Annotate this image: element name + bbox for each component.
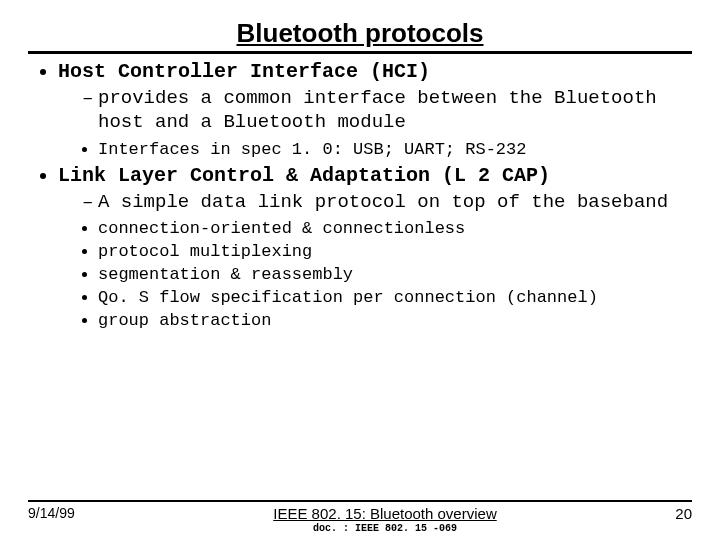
dot-item: protocol multiplexing: [98, 241, 692, 263]
section-hci: Host Controller Interface (HCI) provides…: [58, 60, 692, 161]
bullet-list: Host Controller Interface (HCI) provides…: [28, 60, 692, 333]
footer-rule: [28, 500, 692, 502]
footer-date: 9/14/99: [28, 505, 118, 521]
section-heading: Host Controller Interface (HCI): [58, 60, 430, 83]
dash-list: provides a common interface between the …: [58, 86, 692, 135]
dot-item: connection-oriented & connectionless: [98, 218, 692, 240]
footer-row: 9/14/99 IEEE 802. 15: Bluetooth overview…: [28, 505, 692, 534]
footer-title: IEEE 802. 15: Bluetooth overview: [118, 505, 652, 522]
dot-list: Interfaces in spec 1. 0: USB; UART; RS-2…: [58, 139, 692, 161]
dot-item: Interfaces in spec 1. 0: USB; UART; RS-2…: [98, 139, 692, 161]
title-rule: [28, 51, 692, 54]
footer-center: IEEE 802. 15: Bluetooth overview doc. : …: [118, 505, 652, 534]
dash-item: A simple data link protocol on top of th…: [82, 190, 692, 214]
section-l2cap: Link Layer Control & Adaptation (L 2 CAP…: [58, 164, 692, 333]
section-heading: Link Layer Control & Adaptation (L 2 CAP…: [58, 164, 550, 187]
slide: Bluetooth protocols Host Controller Inte…: [0, 0, 720, 540]
footer-doc: doc. : IEEE 802. 15 -069: [118, 523, 652, 534]
dot-list: connection-oriented & connectionless pro…: [58, 218, 692, 332]
dash-item: provides a common interface between the …: [82, 86, 692, 135]
dot-item: Qo. S flow specification per connection …: [98, 287, 692, 309]
dot-item: group abstraction: [98, 310, 692, 332]
footer: 9/14/99 IEEE 802. 15: Bluetooth overview…: [0, 500, 720, 534]
slide-title: Bluetooth protocols: [28, 18, 692, 49]
dot-item: segmentation & reassembly: [98, 264, 692, 286]
dash-list: A simple data link protocol on top of th…: [58, 190, 692, 214]
page-number: 20: [652, 505, 692, 522]
